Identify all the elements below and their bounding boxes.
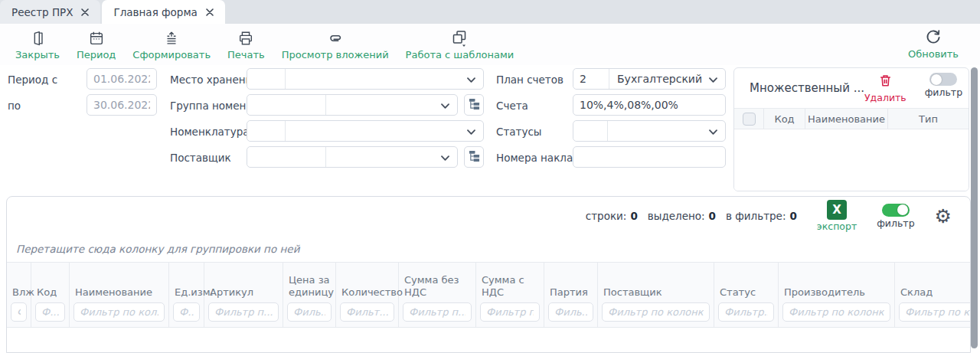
group-code-input[interactable]: [247, 95, 326, 115]
export-button[interactable]: X экспорт: [817, 200, 857, 232]
grid-column-filter-input[interactable]: [718, 302, 774, 322]
grid-column-title[interactable]: Поставщик: [598, 286, 714, 302]
invoice-numbers-input[interactable]: [573, 146, 726, 168]
grid-column-10: Поставщик: [598, 263, 714, 327]
chevron-down-icon: [441, 151, 449, 163]
grid-column-filter-input[interactable]: [35, 302, 65, 322]
grid-column-filter-input[interactable]: [782, 302, 890, 322]
group-combo: [247, 94, 458, 116]
grid-column-filter-input[interactable]: [11, 302, 27, 322]
supplier-code-input[interactable]: [247, 147, 326, 167]
accounts-input[interactable]: [573, 94, 726, 116]
stat-label: в фильтре:: [726, 210, 786, 222]
toolbar-button-paperclip[interactable]: Просмотр вложений: [279, 28, 392, 62]
grid-column-title[interactable]: Склад: [895, 286, 970, 302]
toolbar-button-label: Период: [77, 49, 116, 60]
grid-column-title[interactable]: Количество: [336, 286, 398, 302]
toolbar-button-templates[interactable]: Работа с шаблонами: [403, 28, 518, 62]
storage-code-input[interactable]: [247, 69, 286, 89]
grid-stats-row: строки:0выделено:0в фильтре:0 X экспорт …: [7, 197, 970, 235]
grid-column-title[interactable]: Ед.изм.: [169, 286, 204, 302]
group-select[interactable]: [326, 95, 457, 115]
grid-column-filter-input[interactable]: [173, 302, 200, 322]
grid-column-title[interactable]: Партия: [544, 286, 597, 302]
nomenclature-select[interactable]: [286, 121, 483, 141]
toolbar-button-label: Работа с шаблонами: [406, 49, 514, 60]
refresh-button[interactable]: Обновить: [905, 27, 962, 61]
groupby-drop-zone[interactable]: Перетащите сюда колонку для группировки …: [7, 235, 970, 262]
grid-filter-toggle[interactable]: [882, 204, 910, 217]
statuses-select[interactable]: [608, 121, 725, 141]
grid-column-filter-input[interactable]: [899, 302, 970, 322]
grid-column-title[interactable]: Влж: [7, 286, 31, 302]
chevron-down-icon: [467, 73, 475, 85]
grid-column-title[interactable]: Статус: [714, 286, 778, 302]
panel-column-header: Тип: [887, 109, 969, 129]
tab-1[interactable]: Главная форма: [102, 0, 224, 24]
storage-select[interactable]: [286, 69, 483, 89]
grid-column-title[interactable]: Код: [31, 286, 69, 302]
grid-column-title[interactable]: Артикул: [204, 286, 283, 302]
grid-filter-label: фильтр: [877, 217, 914, 229]
grid-column-title[interactable]: Производитель: [779, 286, 894, 302]
chevron-down-icon: [709, 73, 717, 85]
toolbar-button-generate[interactable]: Сформировать: [129, 28, 214, 62]
toolbar-button-label: Печать: [227, 49, 265, 60]
panel-column-header: Код: [763, 109, 805, 129]
grid-column-filter-input[interactable]: [74, 302, 165, 322]
nomenclature-label: Номенклатура: [170, 126, 249, 138]
toolbar-button-door[interactable]: Закрыть: [12, 28, 63, 62]
toolbar-button-label: Сформировать: [132, 49, 211, 60]
vertical-scrollbar[interactable]: [971, 67, 978, 348]
stat-item: строки:0: [586, 210, 638, 222]
grid-column-7: Сумма без НДС: [399, 263, 476, 327]
toolbar-button-calendar[interactable]: Период: [74, 28, 119, 62]
gear-icon[interactable]: ⚙: [935, 207, 952, 226]
select-all-checkbox[interactable]: [743, 113, 756, 126]
period-from-input[interactable]: [87, 68, 157, 90]
grid-column-filter-input[interactable]: [403, 302, 472, 322]
storage-combo: [247, 68, 484, 90]
tab-close-icon[interactable]: [206, 8, 214, 16]
tab-0[interactable]: Реестр ПРХ: [0, 0, 100, 24]
grid-column-filter-input[interactable]: [340, 302, 394, 322]
period-to-label: по: [8, 100, 21, 112]
grid-column-title[interactable]: Наименование: [70, 286, 168, 302]
grid-column-filter-input[interactable]: [480, 302, 540, 322]
paperclip-icon: [326, 29, 345, 47]
chevron-down-icon: [441, 99, 449, 111]
supplier-select[interactable]: [326, 147, 457, 167]
panel-column-header: Наименование: [805, 109, 887, 129]
grid-column-5: Цена за единицу: [283, 263, 336, 327]
statuses-code-input[interactable]: [573, 121, 608, 141]
grid-column-filter-input[interactable]: [602, 302, 710, 322]
panel-title: Множественный ...: [750, 81, 864, 95]
panel-filter-label: фильтр: [925, 87, 962, 98]
grid-column-title[interactable]: Сумма с НДС: [476, 274, 544, 303]
panel-filter-toggle[interactable]: [929, 73, 957, 86]
stat-label: выделено:: [648, 210, 705, 222]
toolbar-button-printer[interactable]: Печать: [224, 28, 268, 62]
grid-column-filter-input[interactable]: [208, 302, 279, 322]
nomenclature-code-input[interactable]: [247, 121, 286, 141]
supplier-combo: [247, 146, 458, 168]
grid-column-6: Количество: [336, 263, 399, 327]
supplier-tree-button[interactable]: [464, 146, 484, 168]
refresh-icon: [924, 28, 942, 47]
grid-column-title[interactable]: Сумма без НДС: [399, 274, 475, 303]
grid-column-title[interactable]: Цена за единицу: [283, 274, 335, 303]
tab-close-icon[interactable]: [81, 8, 89, 16]
app-window: Реестр ПРХГлавная форма ЗакрытьПериодСфо…: [0, 0, 980, 353]
grid-column-filter-input[interactable]: [548, 302, 593, 322]
group-tree-button[interactable]: [464, 94, 484, 116]
supplier-label: Поставщик: [170, 152, 231, 164]
chart-of-accounts-label: План счетов: [496, 74, 564, 86]
period-to-input[interactable]: [87, 94, 157, 116]
grid-stats: строки:0выделено:0в фильтре:0: [586, 210, 797, 222]
delete-button[interactable]: Удалить: [864, 73, 906, 103]
grid-column-filter-input[interactable]: [287, 302, 332, 322]
delete-label: Удалить: [864, 92, 906, 103]
chart-of-accounts-code-input[interactable]: [573, 69, 609, 89]
chart-of-accounts-select[interactable]: Бухгалтерский: [609, 69, 725, 89]
refresh-label: Обновить: [908, 48, 959, 60]
